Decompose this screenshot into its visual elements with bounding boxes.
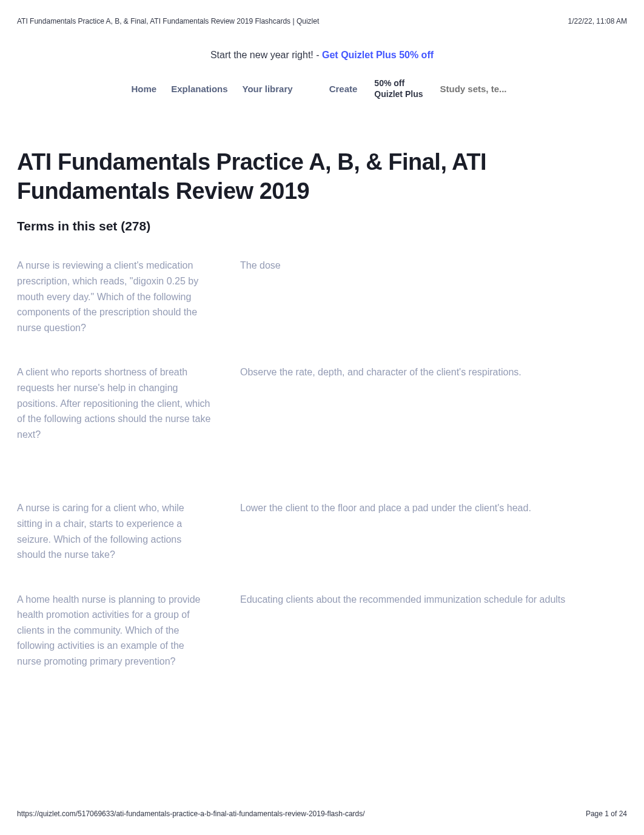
nav-explanations[interactable]: Explanations: [171, 84, 227, 94]
nav-your-library[interactable]: Your library: [243, 84, 293, 94]
footer-url: https://quizlet.com/517069633/ati-fundam…: [17, 810, 365, 818]
quizlet-plus-promo[interactable]: 50% off Quizlet Plus: [374, 78, 423, 99]
flashcard: A client who reports shortness of breath…: [17, 364, 627, 442]
print-header-left: ATI Fundamentals Practice A, B, & Final,…: [17, 17, 319, 25]
flashcard-definition: The dose: [240, 258, 627, 335]
flashcard-list: A nurse is reviewing a client's medicati…: [17, 258, 627, 669]
flashcard-term: A nurse is caring for a client who, whil…: [17, 500, 211, 562]
top-nav: Home Explanations Your library Create 50…: [0, 78, 644, 99]
print-header-right: 1/22/22, 11:08 AM: [568, 17, 627, 25]
main-content: ATI Fundamentals Practice A, B, & Final,…: [0, 148, 644, 669]
flashcard: A nurse is caring for a client who, whil…: [17, 500, 627, 562]
print-footer: https://quizlet.com/517069633/ati-fundam…: [17, 810, 627, 818]
promo-banner: Start the new year right! - Get Quizlet …: [0, 50, 644, 61]
nav-right-group: Create 50% off Quizlet Plus: [329, 78, 513, 99]
nav-create[interactable]: Create: [329, 84, 358, 94]
search-input[interactable]: [440, 84, 512, 94]
flashcard-term: A nurse is reviewing a client's medicati…: [17, 258, 211, 335]
flashcard-term: A home health nurse is planning to provi…: [17, 592, 211, 669]
terms-heading: Terms in this set (278): [17, 219, 627, 233]
flashcard-definition: Observe the rate, depth, and character o…: [240, 364, 627, 442]
flashcard-definition: Lower the client to the floor and place …: [240, 500, 627, 562]
promo-pill-line2: Quizlet Plus: [374, 89, 423, 99]
flashcard-term: A client who reports shortness of breath…: [17, 364, 211, 442]
nav-home[interactable]: Home: [132, 84, 157, 94]
flashcard: A home health nurse is planning to provi…: [17, 592, 627, 669]
footer-page: Page 1 of 24: [586, 810, 627, 818]
promo-link[interactable]: Get Quizlet Plus 50% off: [322, 50, 434, 60]
print-header: ATI Fundamentals Practice A, B, & Final,…: [0, 0, 644, 25]
flashcard: A nurse is reviewing a client's medicati…: [17, 258, 627, 335]
promo-prefix: Start the new year right! -: [210, 50, 322, 60]
page-title: ATI Fundamentals Practice A, B, & Final,…: [17, 148, 627, 206]
flashcard-definition: Educating clients about the recommended …: [240, 592, 627, 669]
promo-pill-line1: 50% off: [374, 78, 423, 89]
